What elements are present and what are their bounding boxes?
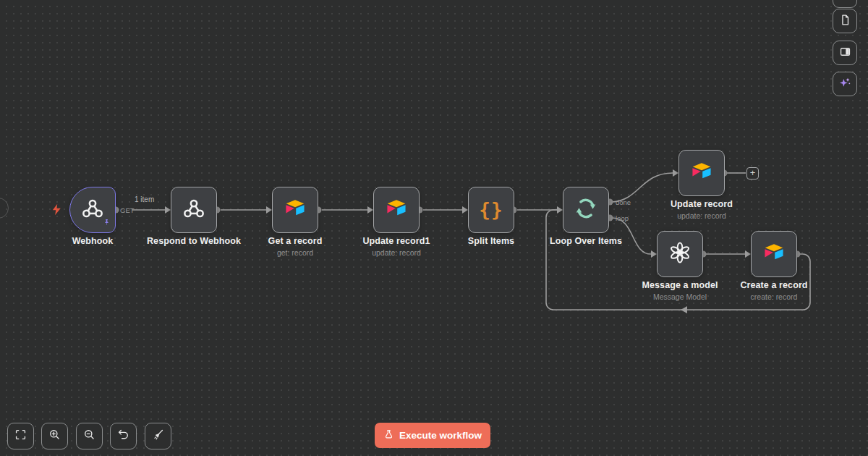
- node-update-record1[interactable]: Update record1 update: record: [373, 187, 420, 233]
- node-respond-to-webhook[interactable]: Respond to Webhook: [171, 187, 217, 233]
- tidy-up-button[interactable]: [145, 423, 171, 449]
- node-title: Loop Over Items: [550, 236, 622, 246]
- undo-icon: [116, 428, 130, 444]
- execute-workflow-label: Execute workflow: [399, 430, 482, 441]
- fit-view-button[interactable]: [7, 423, 34, 449]
- node-create-a-record[interactable]: Create a record create: record: [751, 231, 797, 277]
- execute-workflow-button[interactable]: Execute workflow: [375, 423, 490, 448]
- node-title: Get a record: [268, 236, 323, 246]
- braces-icon: {}: [479, 199, 503, 221]
- fit-view-icon: [14, 428, 27, 444]
- trigger-bolt-icon: [51, 203, 63, 219]
- panel-icon: [838, 45, 852, 62]
- ai-assistant-button[interactable]: [833, 72, 857, 96]
- webhook-icon: [81, 197, 104, 223]
- node-subtitle: update: record: [671, 211, 733, 220]
- node-split-items[interactable]: {} Split Items: [468, 187, 514, 233]
- pin-icon: [103, 216, 111, 229]
- node-title: Message a model: [642, 280, 718, 290]
- node-subtitle: get: record: [268, 248, 323, 257]
- flask-icon: [383, 429, 394, 442]
- add-node-button[interactable]: +: [746, 167, 759, 180]
- zoom-in-button[interactable]: [41, 423, 68, 449]
- zoom-out-icon: [82, 428, 96, 444]
- zoom-in-icon: [48, 428, 61, 444]
- airtable-icon: [690, 160, 713, 186]
- node-subtitle: create: record: [740, 292, 807, 301]
- node-subtitle: update: record: [362, 248, 430, 257]
- webhook-icon: [182, 197, 205, 223]
- panel-toggle-button[interactable]: [833, 41, 857, 65]
- partial-toolbar-button[interactable]: [833, 0, 857, 8]
- document-icon: [838, 13, 852, 30]
- tidy-up-icon: [151, 428, 165, 444]
- node-message-a-model[interactable]: Message a model Message Model: [657, 231, 703, 277]
- items-count-label: 1 item: [135, 195, 154, 203]
- webhook-method-label: GET: [120, 206, 135, 214]
- node-title: Respond to Webhook: [147, 236, 241, 246]
- workflow-canvas[interactable]: GET 1 item done loop Webhook: [0, 0, 868, 456]
- airtable-icon: [284, 197, 307, 223]
- node-title: Update record1: [362, 236, 430, 246]
- node-title: Split Items: [468, 236, 514, 246]
- node-get-a-record[interactable]: Get a record get: record: [272, 187, 318, 233]
- zoom-out-button[interactable]: [76, 423, 103, 449]
- airtable-icon: [385, 197, 408, 223]
- done-output-label: done: [616, 198, 631, 206]
- node-title: Update record: [671, 199, 733, 209]
- node-loop-over-items[interactable]: Loop Over Items: [563, 187, 609, 233]
- node-subtitle: Message Model: [642, 292, 718, 301]
- sparkles-icon: [838, 75, 852, 93]
- connections-layer: [0, 0, 868, 456]
- undo-button[interactable]: [110, 423, 137, 449]
- loop-icon: [574, 196, 598, 224]
- loop-output-label: loop: [616, 214, 629, 222]
- node-title: Create a record: [740, 280, 807, 290]
- airtable-icon: [762, 241, 786, 267]
- node-update-record[interactable]: Update record update: record: [678, 150, 725, 196]
- document-button[interactable]: [833, 9, 857, 33]
- node-title: Webhook: [72, 236, 114, 246]
- openai-icon: [668, 241, 692, 267]
- node-webhook[interactable]: Webhook: [69, 187, 116, 233]
